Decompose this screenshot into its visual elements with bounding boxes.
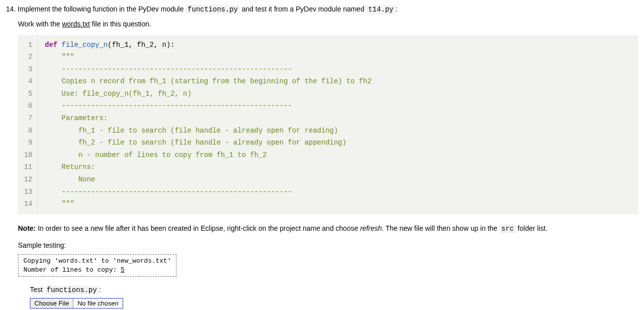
line-number: 1	[18, 39, 37, 51]
code-line: Copies n record from fh_1 (starting from…	[45, 76, 631, 88]
code-line: Parameters:	[45, 113, 631, 125]
test-before: Test	[30, 286, 45, 294]
question-intro: 14. Implement the following function in …	[6, 4, 638, 15]
file-chosen-status: No file chosen	[73, 299, 122, 308]
line-number: 12	[18, 174, 37, 186]
line-number: 4	[18, 76, 37, 88]
code-line: Returns:	[45, 161, 631, 174]
code-line: ----------------------------------------…	[45, 100, 631, 113]
src-code: src	[499, 224, 516, 233]
code-line: None	[45, 174, 631, 186]
work-with-before: Work with the	[18, 20, 62, 28]
code-line: """	[45, 51, 631, 64]
question-number: 14.	[6, 5, 15, 13]
line-number: 5	[18, 88, 37, 100]
note-after-src: folder list.	[516, 224, 548, 232]
line-number: 11	[18, 161, 37, 174]
line-number: 10	[18, 149, 37, 161]
line-number: 6	[18, 100, 37, 113]
line-number: 2	[18, 51, 37, 64]
test-after: :	[99, 286, 101, 294]
choose-file-button[interactable]: Choose File	[30, 299, 73, 308]
line-number: 8	[18, 125, 37, 137]
words-txt-link[interactable]: words.txt	[62, 20, 90, 28]
line-number: 7	[18, 113, 37, 125]
sample-line-1: Copying 'words.txt' to 'new_words.txt'	[23, 257, 171, 266]
code-line: fh_2 - file to search (file handle - alr…	[45, 137, 631, 150]
sample-testing-label: Sample testing:	[18, 241, 638, 249]
code-line: ----------------------------------------…	[45, 186, 631, 198]
line-number: 13	[18, 186, 37, 198]
line-number: 14	[18, 198, 37, 211]
line-number-gutter: 1234567891011121314	[18, 35, 38, 214]
note-before-italic: In order to see a new file after it has …	[36, 224, 360, 232]
module-code: functions.py	[185, 5, 240, 14]
line-number: 9	[18, 137, 37, 150]
question-text-after: :	[395, 5, 397, 13]
line-number: 3	[18, 63, 37, 76]
sample-line-2-prefix: Number of lines to copy:	[23, 266, 121, 274]
file-chooser[interactable]: Choose File No file chosen	[30, 298, 123, 309]
code-line: n - number of lines to copy from fh_1 to…	[45, 149, 631, 161]
test-module-code: t14.py	[366, 5, 395, 14]
sample-output-box: Copying 'words.txt' to 'new_words.txt' N…	[18, 254, 176, 277]
work-with-after: file in this question.	[90, 20, 151, 28]
note-italic: refresh	[360, 224, 382, 232]
question-text-before: Implement the following function in the …	[15, 5, 185, 13]
note-label: Note:	[18, 224, 36, 232]
sample-line-2: Number of lines to copy: 5	[23, 266, 171, 275]
code-area: def file_copy_n(fh_1, fh_2, n): """ ----…	[38, 35, 638, 214]
code-line: """	[45, 198, 631, 211]
note-paragraph: Note: In order to see a new file after i…	[18, 223, 638, 234]
code-line: fh_1 - file to search (file handle - alr…	[45, 125, 631, 137]
sample-line-2-input: 5	[121, 266, 125, 274]
code-line: def file_copy_n(fh_1, fh_2, n):	[45, 39, 631, 51]
code-block: 1234567891011121314 def file_copy_n(fh_1…	[18, 35, 638, 214]
question-text-middle: and test it from a PyDev module named	[240, 5, 366, 13]
test-functions-code: functions.py	[45, 286, 99, 295]
work-with-line: Work with the words.txt file in this que…	[18, 20, 638, 28]
note-after-italic: . The new file will then show up in the	[382, 224, 499, 232]
code-line: Use: file_copy_n(fh_1, fh_2, n)	[45, 88, 631, 100]
code-line: ----------------------------------------…	[45, 63, 631, 76]
test-functions-label: Test functions.py:	[30, 286, 638, 294]
